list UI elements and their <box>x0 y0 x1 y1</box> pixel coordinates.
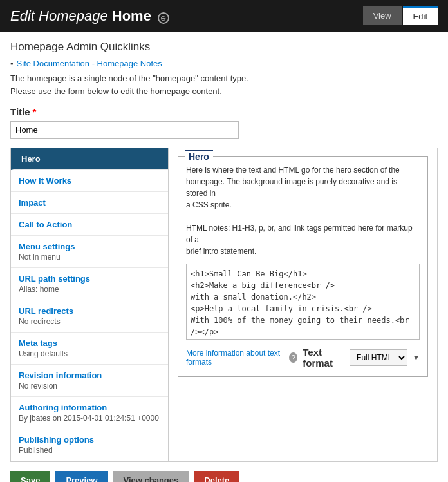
bottom-buttons: Save Preview View changes Delete <box>10 462 438 482</box>
sidebar-item-url-redirects-sublabel: No redirects <box>19 317 160 326</box>
sidebar-item-cta-label: Call to Action <box>19 220 160 229</box>
sidebar-item-url-path-sublabel: Alias: home <box>19 285 160 294</box>
header-tabs: View Edit <box>363 6 438 25</box>
save-button[interactable]: Save <box>10 471 50 482</box>
hero-textarea[interactable]: <h1>Small Can Be Big</h1> <h2>Make a big… <box>186 264 420 340</box>
sidebar-item-publishing[interactable]: Publishing options Published <box>11 429 168 461</box>
preview-button[interactable]: Preview <box>55 471 107 482</box>
view-tab[interactable]: View <box>363 6 402 25</box>
sidebar-item-menu-label: Menu settings <box>19 242 160 251</box>
required-indicator: * <box>33 106 37 117</box>
sidebar-item-impact-label: Impact <box>19 198 160 207</box>
sidebar-item-url-redirects[interactable]: URL redirects No redirects <box>11 300 168 333</box>
sidebar-item-url-path-label: URL path settings <box>19 274 160 284</box>
edit-icon[interactable]: ⊕ <box>158 12 169 24</box>
quicklinks-link[interactable]: Site Documentation - Homepage Notes <box>10 59 438 68</box>
edit-tab[interactable]: Edit <box>403 6 438 25</box>
sidebar-item-menu-sublabel: Not in menu <box>19 253 160 262</box>
text-format-select[interactable]: Full HTML <box>350 349 407 366</box>
quicklinks-section: Homepage Admin Quicklinks Site Documenta… <box>10 41 438 97</box>
main-panel: Hero Here is where the text and HTML go … <box>169 148 437 461</box>
sidebar-item-meta-tags-label: Meta tags <box>19 338 160 348</box>
select-arrow-icon: ▼ <box>413 354 420 362</box>
hero-description: Here is where the text and HTML go for t… <box>186 164 420 257</box>
hero-box-title: Hero <box>185 150 213 162</box>
sidebar-item-authoring[interactable]: Authoring information By jbates on 2015-… <box>11 397 168 429</box>
content-area: Hero How It Works Impact Call to Action … <box>10 148 438 462</box>
sidebar-item-revision-sublabel: No revision <box>19 381 160 390</box>
sidebar-item-hero[interactable]: Hero <box>11 148 168 170</box>
page-header: Edit Homepage Home ⊕ View Edit <box>0 0 448 32</box>
quicklinks-desc: The homepage is a single node of the "ho… <box>10 72 438 97</box>
sidebar-item-impact[interactable]: Impact <box>11 192 168 214</box>
text-format-row: More information about text formats ? Te… <box>186 347 420 369</box>
sidebar-item-how-it-works-label: How It Works <box>19 176 160 186</box>
help-icon[interactable]: ? <box>289 352 297 363</box>
sidebar-item-call-to-action[interactable]: Call to Action <box>11 214 168 236</box>
text-format-label: Text format <box>303 347 344 369</box>
sidebar-item-publishing-sublabel: Published <box>19 446 160 455</box>
sidebar: Hero How It Works Impact Call to Action … <box>11 148 169 461</box>
sidebar-item-authoring-sublabel: By jbates on 2015-04-01 01:24:51 +0000 <box>19 414 160 423</box>
delete-button[interactable]: Delete <box>194 471 239 482</box>
view-changes-button[interactable]: View changes <box>113 471 189 482</box>
sidebar-item-revision[interactable]: Revision information No revision <box>11 365 168 397</box>
text-format-link[interactable]: More information about text formats <box>186 349 284 367</box>
page-title: Edit Homepage Home ⊕ <box>10 8 169 24</box>
title-section: Title* <box>10 106 438 148</box>
main-body: Homepage Admin Quicklinks Site Documenta… <box>0 32 448 482</box>
textarea-wrapper: <h1>Small Can Be Big</h1> <h2>Make a big… <box>186 264 420 342</box>
sidebar-item-publishing-label: Publishing options <box>19 435 160 445</box>
sidebar-item-hero-label: Hero <box>21 154 160 164</box>
sidebar-item-meta-tags[interactable]: Meta tags Using defaults <box>11 333 168 365</box>
hero-box: Hero Here is where the text and HTML go … <box>178 156 428 377</box>
sidebar-item-menu-settings[interactable]: Menu settings Not in menu <box>11 236 168 268</box>
title-input[interactable] <box>10 121 239 139</box>
sidebar-item-authoring-label: Authoring information <box>19 403 160 412</box>
sidebar-item-how-it-works[interactable]: How It Works <box>11 170 168 192</box>
sidebar-item-url-path[interactable]: URL path settings Alias: home <box>11 268 168 300</box>
quicklinks-title: Homepage Admin Quicklinks <box>10 41 438 53</box>
sidebar-item-meta-tags-sublabel: Using defaults <box>19 349 160 358</box>
title-label: Title* <box>10 106 438 117</box>
sidebar-item-revision-label: Revision information <box>19 371 160 380</box>
sidebar-item-url-redirects-label: URL redirects <box>19 306 160 316</box>
